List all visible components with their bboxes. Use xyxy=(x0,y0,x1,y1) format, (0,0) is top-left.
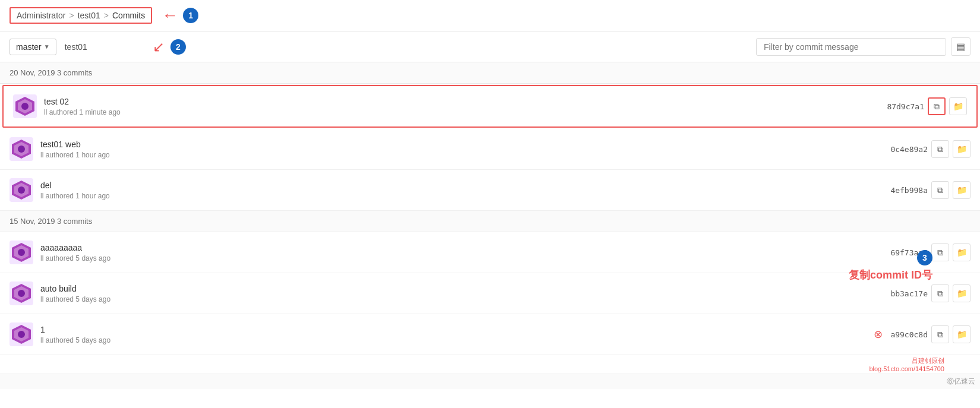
toolbar: master ▼ test01 ↙ 2 ▤ xyxy=(0,31,980,62)
filter-input[interactable] xyxy=(756,38,946,56)
copy-icon: ⧉ xyxy=(937,185,943,195)
commit-meta: ll authored 1 minute ago xyxy=(44,108,875,116)
copy-hash-button[interactable]: ⧉ xyxy=(931,284,949,302)
filter-area: ▤ xyxy=(756,37,970,56)
svg-point-23 xyxy=(18,331,25,338)
browse-files-button[interactable]: 📁 xyxy=(953,325,970,343)
browse-files-button[interactable]: 📁 xyxy=(953,284,970,302)
folder-icon: 📁 xyxy=(957,185,967,195)
folder-icon: 📁 xyxy=(957,144,967,154)
copy-icon: ⧉ xyxy=(937,289,943,299)
commit-hash[interactable]: 0c4e89a2 xyxy=(886,145,928,154)
commit-title[interactable]: del xyxy=(40,181,879,190)
folder-icon: 📁 xyxy=(957,248,967,257)
browse-files-button[interactable]: 📁 xyxy=(949,97,967,115)
bottom-bar: ⑥亿速云 xyxy=(0,374,980,389)
annotation-2: 2 xyxy=(170,39,186,55)
commit-hash[interactable]: 4efb998a xyxy=(886,186,928,195)
commits-container: 20 Nov, 2019 3 commits test 02ll authore… xyxy=(0,62,980,374)
copy-hash-button[interactable]: ⧉ xyxy=(931,140,949,158)
commit-actions: bb3ac17e⧉📁 xyxy=(886,284,970,302)
date-group-header-0: 20 Nov, 2019 3 commits xyxy=(0,62,980,84)
avatar xyxy=(13,94,37,118)
commit-info: auto buildll authored 5 days ago xyxy=(40,284,879,303)
commit-row: test 02ll authored 1 minute ago87d9c7a1⧉… xyxy=(2,85,978,128)
rss-icon: ▤ xyxy=(956,42,965,52)
avatar xyxy=(10,322,33,346)
date-group-header-1: 15 Nov, 2019 3 commits xyxy=(0,211,980,232)
svg-point-19 xyxy=(18,290,25,297)
commit-hash[interactable]: bb3ac17e xyxy=(886,289,928,298)
branch-selector[interactable]: master ▼ xyxy=(10,39,56,55)
svg-point-11 xyxy=(18,186,25,194)
avatar xyxy=(10,137,33,161)
avatar xyxy=(10,282,33,305)
commit-row: 1ll authored 5 days ago⊗a99c0c8d⧉📁 xyxy=(0,314,980,355)
commit-title[interactable]: auto build xyxy=(40,284,879,293)
copy-icon: ⧉ xyxy=(934,102,940,112)
copy-icon: ⧉ xyxy=(937,330,943,340)
folder-icon: 📁 xyxy=(957,289,967,298)
commit-title[interactable]: 1 xyxy=(40,325,867,334)
commit-row: aaaaaaaaall authored 5 days ago69f73aa5⧉… xyxy=(0,232,980,273)
breadcrumb: Administrator > test01 > Commits xyxy=(10,7,152,24)
branch-name: master xyxy=(16,42,42,52)
commit-row: delll authored 1 hour ago4efb998a⧉📁 xyxy=(0,170,980,211)
error-icon: ⊗ xyxy=(874,328,883,341)
chevron-down-icon: ▼ xyxy=(44,43,50,50)
svg-point-15 xyxy=(18,249,25,256)
avatar xyxy=(10,241,33,264)
commit-title[interactable]: test01 web xyxy=(40,140,879,149)
repo-name: test01 xyxy=(65,42,87,52)
commit-info: 1ll authored 5 days ago xyxy=(40,325,867,344)
annotation-3-area: 3 复制commit ID号 xyxy=(849,250,932,282)
commit-info: test 02ll authored 1 minute ago xyxy=(44,97,875,116)
commit-info: delll authored 1 hour ago xyxy=(40,181,879,200)
commit-meta: ll authored 5 days ago xyxy=(40,254,879,262)
browse-files-button[interactable]: 📁 xyxy=(953,181,970,199)
commit-row: test01 webll authored 1 hour ago0c4e89a2… xyxy=(0,129,980,170)
svg-point-7 xyxy=(18,146,25,153)
commit-info: aaaaaaaaall authored 5 days ago xyxy=(40,243,879,262)
svg-point-3 xyxy=(21,103,29,110)
commit-actions: 0c4e89a2⧉📁 xyxy=(886,140,970,158)
commit-meta: ll authored 5 days ago xyxy=(40,295,879,303)
browse-files-button[interactable]: 📁 xyxy=(953,243,970,261)
annotation-1: 1 xyxy=(183,8,198,23)
watermark-text: 吕建钊原创 xyxy=(912,357,944,364)
rss-button[interactable]: ▤ xyxy=(951,37,970,56)
commit-actions: 4efb998a⧉📁 xyxy=(886,181,970,199)
commit-meta: ll authored 1 hour ago xyxy=(40,151,879,159)
copy-commit-label: 复制commit ID号 xyxy=(849,268,932,282)
commit-row: auto buildll authored 5 days agobb3ac17e… xyxy=(0,273,980,314)
commit-meta: ll authored 5 days ago xyxy=(40,336,867,344)
copy-hash-button[interactable]: ⧉ xyxy=(931,243,949,261)
breadcrumb-sep1: > xyxy=(69,11,74,20)
breadcrumb-admin[interactable]: Administrator xyxy=(17,11,65,20)
breadcrumb-repo[interactable]: test01 xyxy=(78,11,100,20)
blog-url: blog.51cto.com/14154700 xyxy=(869,365,944,372)
watermark: 吕建钊原创 blog.51cto.com/14154700 xyxy=(0,355,980,374)
commit-actions: 87d9c7a1⧉📁 xyxy=(883,97,967,115)
copy-hash-button[interactable]: ⧉ xyxy=(931,181,949,199)
commit-hash[interactable]: a99c0c8d xyxy=(886,330,928,339)
copy-icon: ⧉ xyxy=(937,144,943,154)
arrow-1-icon: ← xyxy=(162,6,178,25)
folder-icon: 📁 xyxy=(957,330,967,339)
commit-hash[interactable]: 87d9c7a1 xyxy=(883,102,924,111)
commit-title[interactable]: test 02 xyxy=(44,97,875,106)
folder-icon: 📁 xyxy=(953,102,963,111)
commit-info: test01 webll authored 1 hour ago xyxy=(40,140,879,159)
commit-title[interactable]: aaaaaaaaa xyxy=(40,243,879,252)
copy-hash-button[interactable]: ⧉ xyxy=(931,325,949,343)
top-bar: Administrator > test01 > Commits ← 1 xyxy=(0,0,980,31)
commit-actions: ⊗a99c0c8d⧉📁 xyxy=(874,325,970,343)
breadcrumb-current[interactable]: Commits xyxy=(112,11,145,20)
copy-hash-button[interactable]: ⧉ xyxy=(928,97,946,115)
arrow-2-icon: ↙ xyxy=(153,39,165,55)
copy-icon: ⧉ xyxy=(937,248,943,258)
avatar xyxy=(10,178,33,202)
breadcrumb-sep2: > xyxy=(104,11,109,20)
commit-meta: ll authored 1 hour ago xyxy=(40,192,879,200)
browse-files-button[interactable]: 📁 xyxy=(953,140,970,158)
